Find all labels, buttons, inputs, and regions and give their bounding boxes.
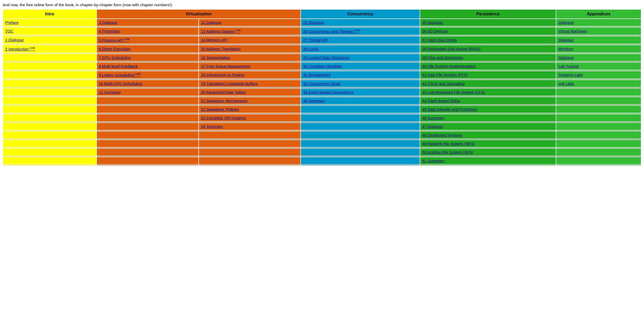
table-cell bbox=[97, 114, 199, 122]
table-cell[interactable]: 24 Summary bbox=[199, 123, 301, 130]
table-cell[interactable]: 44 Flash-based SSDs bbox=[420, 97, 556, 104]
table-cell[interactable]: 33 Event-based Concurrency bbox=[301, 88, 420, 96]
table-cell bbox=[3, 106, 97, 113]
table-cell[interactable]: 22 Swapping: Policies bbox=[199, 106, 301, 113]
header-pers: Persistence bbox=[420, 9, 556, 19]
table-cell[interactable]: Lab Tutorial bbox=[556, 62, 641, 70]
header-intro: Intro bbox=[3, 9, 97, 19]
table-cell[interactable]: 40 File System Implementation bbox=[420, 62, 556, 70]
header-app: Appendices bbox=[556, 9, 641, 19]
intro-text: And now, the free online form of the boo… bbox=[3, 3, 641, 7]
table-cell[interactable]: Monitors bbox=[556, 45, 641, 53]
table-row: 2 Introduction code6 Direct Execution15 … bbox=[3, 45, 641, 53]
table-cell[interactable]: 13 Address Spaces code bbox=[199, 27, 301, 35]
table-cell bbox=[199, 131, 301, 139]
table-row: 50 Andrew File System (AFS) bbox=[3, 148, 641, 156]
table-cell[interactable]: TOC bbox=[3, 27, 97, 35]
table-cell[interactable]: 43 Log-structured File System (LFS) bbox=[420, 88, 556, 96]
table-cell[interactable]: 1 Dialogue bbox=[3, 36, 97, 44]
table-cell[interactable]: 46 Summary bbox=[420, 114, 556, 122]
table-cell bbox=[3, 71, 97, 79]
table-cell[interactable]: 11 Summary bbox=[97, 88, 199, 96]
table-cell bbox=[556, 140, 641, 147]
table-cell[interactable]: 37 Hard Disk Drives bbox=[420, 36, 556, 44]
table-cell[interactable]: Dialogue bbox=[556, 54, 641, 61]
table-cell[interactable]: 20 Advanced Page Tables bbox=[199, 88, 301, 96]
table-cell[interactable]: 47 Dialogue bbox=[420, 123, 556, 130]
table-row: 9 Lottery Scheduling code18 Introduction… bbox=[3, 71, 641, 79]
table-cell[interactable]: Preface bbox=[3, 19, 97, 26]
table-cell bbox=[556, 114, 641, 122]
table-cell[interactable]: 17 Free Space Management bbox=[199, 62, 301, 70]
table-cell bbox=[3, 131, 97, 139]
table-cell[interactable]: Dialogue bbox=[556, 36, 641, 44]
table-cell[interactable]: 3 Dialogue bbox=[97, 19, 199, 26]
table-cell bbox=[556, 106, 641, 113]
table-cell bbox=[301, 123, 420, 130]
table-row: 1 Dialogue5 Process API code14 Memory AP… bbox=[3, 36, 641, 44]
table-cell[interactable]: 29 Locked Data Structures bbox=[301, 54, 420, 61]
table-cell[interactable]: 39 Files and Directories bbox=[420, 54, 556, 61]
table-cell bbox=[97, 131, 199, 139]
table-cell bbox=[3, 148, 97, 156]
table-cell[interactable]: 2 Introduction code bbox=[3, 45, 97, 53]
table-cell[interactable]: 8 Multi-level Feedback bbox=[97, 62, 199, 70]
table-cell[interactable]: 16 Segmentation bbox=[199, 54, 301, 61]
table-cell[interactable]: 35 Dialogue bbox=[420, 19, 556, 26]
table-cell[interactable]: 38 Redundant Disk Arrays (RAID) bbox=[420, 45, 556, 53]
table-cell bbox=[301, 157, 420, 164]
table-cell[interactable]: 7 CPU Scheduling bbox=[97, 54, 199, 61]
table-row: 49 Network File System (NFS) bbox=[3, 140, 641, 147]
table-cell[interactable]: Systems Labs bbox=[556, 71, 641, 79]
table-cell bbox=[3, 114, 97, 122]
table-cell[interactable]: 23 Complete VM Systems bbox=[199, 114, 301, 122]
table-cell[interactable]: 51 Summary bbox=[420, 157, 556, 164]
table-cell bbox=[97, 97, 199, 104]
table-cell[interactable]: 49 Network File System (NFS) bbox=[420, 140, 556, 147]
table-cell[interactable]: 42 FSCK and Journaling bbox=[420, 80, 556, 87]
table-cell[interactable]: 50 Andrew File System (AFS) bbox=[420, 148, 556, 156]
table-cell[interactable]: 5 Process API code bbox=[97, 36, 199, 44]
table-cell[interactable]: 14 Memory API bbox=[199, 36, 301, 44]
table-cell[interactable]: 34 Summary bbox=[301, 97, 420, 104]
table-cell[interactable]: 10 Multi-CPU Scheduling bbox=[97, 80, 199, 87]
table-cell[interactable]: 18 Introduction to Paging bbox=[199, 71, 301, 79]
header-conc: Concurrency bbox=[301, 9, 420, 19]
table-cell[interactable]: 31 Semaphores bbox=[301, 71, 420, 79]
table-cell[interactable]: 45 Data Integrity and Protection bbox=[420, 106, 556, 113]
table-cell bbox=[301, 114, 420, 122]
table-cell bbox=[199, 157, 301, 164]
table-cell[interactable]: 27 Thread API bbox=[301, 36, 420, 44]
table-row: 8 Multi-level Feedback17 Free Space Mana… bbox=[3, 62, 641, 70]
table-cell[interactable]: 28 Locks bbox=[301, 45, 420, 53]
table-cell[interactable]: 25 Dialogue bbox=[301, 19, 420, 26]
table-row: 11 Summary20 Advanced Page Tables33 Even… bbox=[3, 88, 641, 96]
table-cell[interactable]: 9 Lottery Scheduling code bbox=[97, 71, 199, 79]
table-cell[interactable]: 4 Processes bbox=[97, 27, 199, 35]
table-cell bbox=[3, 123, 97, 130]
table-cell[interactable]: 26 Concurrency and Threads code bbox=[301, 27, 420, 35]
table-row: 10 Multi-CPU Scheduling19 Translation Lo… bbox=[3, 80, 641, 87]
table-cell[interactable]: Dialogue bbox=[556, 19, 641, 26]
table-cell[interactable]: 6 Direct Execution bbox=[97, 45, 199, 53]
table-cell[interactable]: 48 Distributed Systems bbox=[420, 131, 556, 139]
table-cell[interactable]: 12 Dialogue bbox=[199, 19, 301, 26]
table-cell[interactable]: 32 Concurrency Bugs bbox=[301, 80, 420, 87]
table-cell bbox=[97, 140, 199, 147]
table-cell bbox=[97, 148, 199, 156]
table-cell bbox=[301, 148, 420, 156]
table-cell[interactable]: xv6 Labs bbox=[556, 80, 641, 87]
table-cell[interactable]: 15 Address Translation bbox=[199, 45, 301, 53]
table-cell bbox=[301, 140, 420, 147]
table-row: Preface3 Dialogue12 Dialogue25 Dialogue3… bbox=[3, 19, 641, 26]
table-cell[interactable]: 19 Translation Lookaside Buffers bbox=[199, 80, 301, 87]
separator-row bbox=[3, 164, 641, 166]
table-cell[interactable]: 36 I/O Devices bbox=[420, 27, 556, 35]
table-cell[interactable]: Virtual Machines bbox=[556, 27, 641, 35]
table-cell bbox=[3, 54, 97, 61]
table-cell[interactable]: 41 Fast File System (FFS) bbox=[420, 71, 556, 79]
table-cell bbox=[199, 140, 301, 147]
table-cell bbox=[3, 97, 97, 104]
table-cell[interactable]: 30 Condition Variables bbox=[301, 62, 420, 70]
table-cell[interactable]: 21 Swapping: Mechanisms bbox=[199, 97, 301, 104]
